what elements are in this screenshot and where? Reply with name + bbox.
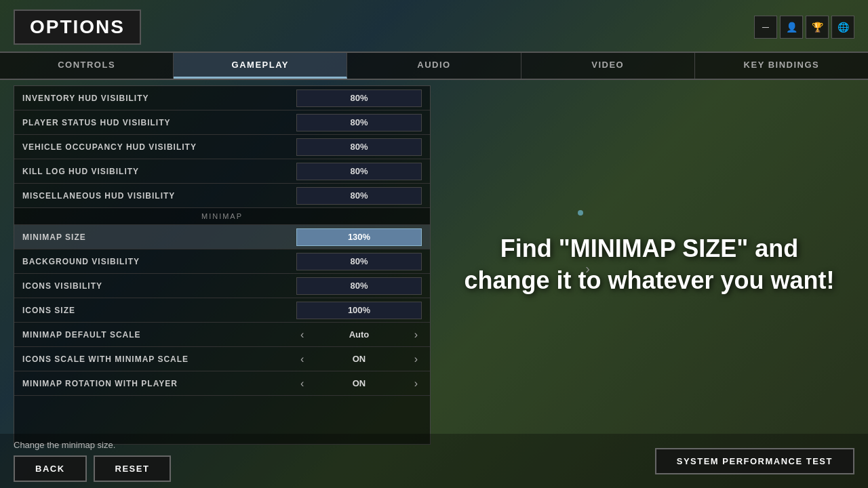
arrow-right-icons-scale[interactable]: ›: [410, 353, 422, 365]
arrow-left-icons-scale[interactable]: ‹: [296, 353, 308, 365]
setting-label: MISCELLANEOUS HUD VISIBILITY: [22, 191, 175, 201]
page-title: OPTIONS: [30, 16, 125, 37]
setting-label: ICONS VISIBILITY: [22, 281, 102, 291]
setting-arrows-minimap-rotation: ‹ ON ›: [296, 378, 422, 390]
setting-value[interactable]: 80%: [296, 138, 422, 156]
setting-label: ICONS SCALE WITH MINIMAP SCALE: [22, 354, 189, 364]
chevron-right-icon: ›: [585, 261, 590, 277]
setting-row-kill-log[interactable]: KILL LOG HUD VISIBILITY 80%: [14, 159, 430, 184]
dot-indicator: [578, 210, 583, 216]
user-icon[interactable]: 👤: [780, 16, 803, 39]
setting-label: INVENTORY HUD VISIBILITY: [22, 94, 149, 103]
setting-value[interactable]: 100%: [296, 302, 422, 319]
setting-row-icons-scale[interactable]: ICONS SCALE WITH MINIMAP SCALE ‹ ON ›: [14, 347, 430, 371]
setting-row-icons-size[interactable]: ICONS SIZE 100%: [14, 298, 430, 323]
arrow-right-minimap-rotation[interactable]: ›: [410, 378, 422, 390]
setting-row-minimap-rotation[interactable]: MINIMAP ROTATION WITH PLAYER ‹ ON ›: [14, 371, 430, 396]
section-header-minimap: MINIMAP: [14, 208, 430, 225]
tab-keybindings[interactable]: KEY BINDINGS: [695, 53, 868, 79]
setting-value[interactable]: 80%: [296, 89, 422, 107]
tab-gameplay[interactable]: GAMEPLAY: [174, 53, 347, 79]
setting-value[interactable]: 80%: [296, 187, 422, 205]
main-content: INVENTORY HUD VISIBILITY 80% PLAYER STAT…: [0, 80, 868, 445]
tab-controls[interactable]: CONTROLS: [0, 53, 174, 79]
setting-row-minimap-size[interactable]: MINIMAP SIZE 130%: [14, 225, 430, 249]
setting-row-icons-visibility[interactable]: ICONS VISIBILITY 80%: [14, 274, 430, 298]
setting-value[interactable]: 80%: [296, 114, 422, 131]
setting-label: MINIMAP DEFAULT SCALE: [22, 330, 141, 340]
setting-label: PLAYER STATUS HUD VISIBILITY: [22, 118, 170, 127]
nav-tabs: CONTROLS GAMEPLAY AUDIO VIDEO KEY BINDIN…: [0, 52, 868, 80]
setting-value-minimap-size[interactable]: 130%: [296, 228, 422, 246]
footer-left: Change the minimap size. BACK RESET: [14, 440, 171, 482]
footer-hint: Change the minimap size.: [14, 440, 171, 450]
title-box: OPTIONS: [14, 9, 141, 45]
setting-label: MINIMAP ROTATION WITH PLAYER: [22, 379, 178, 388]
arrow-left-minimap-rotation[interactable]: ‹: [296, 378, 308, 390]
setting-label: VEHICLE OCCUPANCY HUD VISIBILITY: [22, 142, 197, 152]
header: OPTIONS ─ 👤 🏆 🌐: [0, 0, 868, 52]
system-performance-test-button[interactable]: SYSTEM PERFORMANCE TEST: [655, 448, 854, 474]
setting-label: BACKGROUND VISIBILITY: [22, 257, 140, 266]
header-icons: ─ 👤 🏆 🌐: [754, 16, 854, 39]
globe-icon[interactable]: 🌐: [831, 16, 854, 39]
setting-value[interactable]: 80%: [296, 253, 422, 270]
overlay-text: Find "MINIMAP SIZE" and change it to wha…: [460, 233, 840, 297]
tab-video[interactable]: VIDEO: [521, 53, 695, 79]
arrow-left-default-scale[interactable]: ‹: [296, 329, 308, 341]
setting-label: MINIMAP SIZE: [22, 232, 86, 242]
setting-arrows-default-scale: ‹ Auto ›: [296, 329, 422, 341]
arrow-value-minimap-rotation: ON: [308, 378, 410, 388]
right-panel: Find "MINIMAP SIZE" and change it to wha…: [444, 85, 854, 445]
setting-row-player-status[interactable]: PLAYER STATUS HUD VISIBILITY 80%: [14, 110, 430, 135]
setting-row-inventory-hud[interactable]: INVENTORY HUD VISIBILITY 80%: [14, 86, 430, 110]
settings-panel[interactable]: INVENTORY HUD VISIBILITY 80% PLAYER STAT…: [14, 85, 431, 445]
setting-label: ICONS SIZE: [22, 306, 75, 315]
minimize-icon[interactable]: ─: [754, 16, 777, 39]
setting-value[interactable]: 80%: [296, 163, 422, 180]
setting-value[interactable]: 80%: [296, 277, 422, 295]
tab-audio[interactable]: AUDIO: [347, 53, 521, 79]
arrow-right-default-scale[interactable]: ›: [410, 329, 422, 341]
reset-button[interactable]: RESET: [94, 455, 172, 482]
setting-row-bg-visibility[interactable]: BACKGROUND VISIBILITY 80%: [14, 249, 430, 274]
arrow-value-icons-scale: ON: [308, 354, 410, 364]
setting-row-default-scale[interactable]: MINIMAP DEFAULT SCALE ‹ Auto ›: [14, 323, 430, 347]
footer: Change the minimap size. BACK RESET SYST…: [0, 434, 868, 488]
trophy-icon[interactable]: 🏆: [806, 16, 829, 39]
back-button[interactable]: BACK: [14, 455, 87, 482]
setting-row-vehicle[interactable]: VEHICLE OCCUPANCY HUD VISIBILITY 80%: [14, 135, 430, 159]
setting-row-misc[interactable]: MISCELLANEOUS HUD VISIBILITY 80%: [14, 184, 430, 208]
arrow-value-default-scale: Auto: [308, 329, 410, 340]
setting-arrows-icons-scale: ‹ ON ›: [296, 353, 422, 365]
footer-buttons: BACK RESET: [14, 455, 171, 482]
setting-label: KILL LOG HUD VISIBILITY: [22, 167, 139, 176]
